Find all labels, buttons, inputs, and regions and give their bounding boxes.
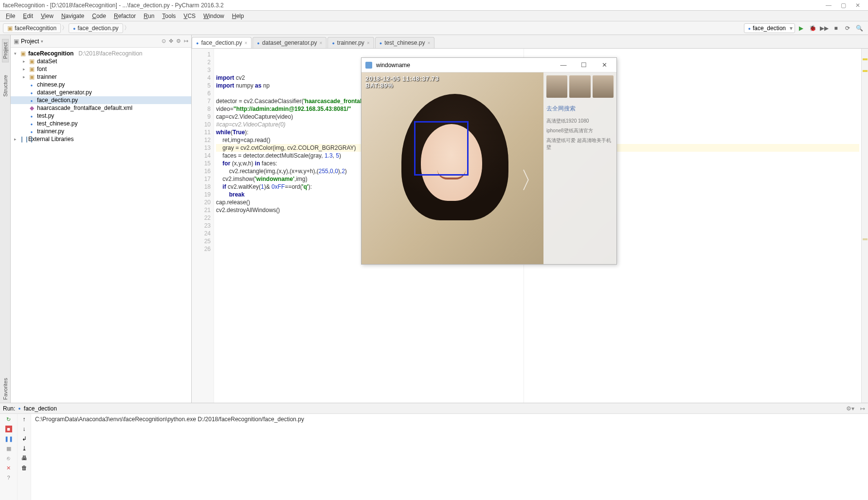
tool-tab-favorites[interactable]: Favorites xyxy=(2,375,8,403)
breadcrumb-label: faceRecognition xyxy=(15,25,56,32)
debug-button[interactable]: 🐞 xyxy=(808,24,817,33)
breadcrumb-item-project[interactable]: ▣ faceRecognition xyxy=(3,23,61,33)
menu-refactor[interactable]: Refactor xyxy=(110,12,140,20)
opencv-titlebar[interactable]: windowname — ☐ ✕ xyxy=(362,58,616,72)
menu-help[interactable]: Help xyxy=(228,12,248,20)
next-arrow-icon[interactable]: 〉 xyxy=(520,165,543,196)
python-icon xyxy=(332,39,334,46)
tab-label: face_dection.py xyxy=(201,39,242,46)
menu-vcs[interactable]: VCS xyxy=(180,12,199,20)
tree-item-test-chinese-py[interactable]: test_chinese.py xyxy=(11,120,191,127)
thumbnail[interactable] xyxy=(569,75,590,98)
breadcrumb-item-file[interactable]: face_dection.py xyxy=(69,23,123,33)
run-toolbar-left-2: ↑ ↓ ↲ ⤓ 🖶 🗑 xyxy=(18,414,31,500)
close-icon[interactable]: ✕ xyxy=(850,2,865,9)
run-tool-window: Run: ● face_dection ⚙▾ ↦ ↻ ■ ❚❚ ▦ ⎋ ✕ ? … xyxy=(0,403,868,500)
dump-threads-button[interactable]: ▦ xyxy=(5,445,12,452)
close-tab-icon[interactable]: × xyxy=(367,40,370,46)
run-button[interactable]: ▶ xyxy=(796,24,805,33)
hide-icon[interactable]: ↦ xyxy=(184,38,188,44)
tree-item-font[interactable]: ▸▣font xyxy=(11,65,191,73)
up-stack-button[interactable]: ↑ xyxy=(23,416,26,423)
run-console[interactable]: C:\ProgramData\Anaconda3\envs\faceRecogn… xyxy=(31,414,868,500)
minimize-icon[interactable]: — xyxy=(555,61,572,69)
menu-run[interactable]: Run xyxy=(140,12,158,20)
gear-icon[interactable]: ⚙▾ xyxy=(846,405,854,412)
tree-item-trainner-py[interactable]: trainner.py xyxy=(11,127,191,135)
tree-external-libraries[interactable]: ▸ ❙❙❙ External Libraries xyxy=(11,135,191,143)
menu-window[interactable]: Window xyxy=(199,12,228,20)
tree-item-face-dection-py[interactable]: face_dection.py xyxy=(11,96,191,104)
editor-tab-dataset-generator-py[interactable]: dataset_generator.py× xyxy=(253,37,326,48)
image-side-panel: 去全网搜索 高清壁纸1920 1080 iphone8壁纸高清官方 高清壁纸可爱… xyxy=(543,72,616,264)
stop-run-button[interactable]: ■ xyxy=(5,426,12,432)
python-icon xyxy=(257,39,259,46)
menu-edit[interactable]: Edit xyxy=(19,12,37,20)
project-header-label: Project xyxy=(21,38,39,45)
print-button[interactable]: 🖶 xyxy=(21,455,27,462)
menu-navigate[interactable]: Navigate xyxy=(57,12,88,20)
opencv-icon xyxy=(365,62,372,69)
warning-marker[interactable] xyxy=(863,58,868,60)
tab-label: trainner.py xyxy=(337,39,364,46)
soft-wrap-button[interactable]: ↲ xyxy=(22,435,27,442)
tree-item-label: chinese.py xyxy=(37,81,65,88)
run-header-label: Run: xyxy=(3,405,15,412)
gear-icon[interactable]: ⚙ xyxy=(176,38,181,44)
thumbnail[interactable] xyxy=(593,75,614,98)
thumbnail[interactable] xyxy=(546,75,567,98)
editor-tab-trainner-py[interactable]: trainner.py× xyxy=(327,37,374,48)
stop-button[interactable]: ■ xyxy=(832,24,840,33)
scroll-end-button[interactable]: ⤓ xyxy=(22,445,27,452)
overlay-timestamp: 2018-12-05 11:48:37.73 BAT:89% xyxy=(365,75,439,89)
down-stack-button[interactable]: ↓ xyxy=(23,426,26,432)
maximize-icon[interactable]: ☐ xyxy=(576,61,592,69)
run-config-dropdown[interactable]: face_dection xyxy=(744,23,796,33)
tree-item-haarcascade-frontalface-default-xml[interactable]: ◆haarcascade_frontalface_default.xml xyxy=(11,104,191,112)
close-tab-icon[interactable]: × xyxy=(428,40,431,46)
tree-item-test-py[interactable]: test.py xyxy=(11,112,191,120)
menu-file[interactable]: File xyxy=(2,12,19,20)
run-coverage-button[interactable]: ▶▶ xyxy=(820,24,829,33)
python-icon xyxy=(748,25,751,32)
update-running-button[interactable]: ⟳ xyxy=(843,24,852,33)
python-icon xyxy=(196,39,199,46)
close-run-button[interactable]: ✕ xyxy=(5,464,12,471)
run-header-config: face_dection xyxy=(24,405,57,412)
project-tree: ▾ ▣ faceRecognition D:\2018\faceRecognit… xyxy=(11,48,191,403)
warning-marker[interactable] xyxy=(863,70,868,72)
run-config-label: face_dection xyxy=(753,25,786,32)
editor-tab-test-chinese-py[interactable]: test_chinese.py× xyxy=(375,37,435,48)
tree-item-trainner[interactable]: ▸▣trainner xyxy=(11,73,191,81)
tool-tab-project[interactable]: Project xyxy=(2,39,9,62)
tree-item-dataset[interactable]: ▸▣dataSet xyxy=(11,57,191,65)
rerun-button[interactable]: ↻ xyxy=(5,416,12,423)
tree-item-label: test.py xyxy=(37,112,54,119)
run-header: Run: ● face_dection ⚙▾ ↦ xyxy=(0,403,868,414)
breadcrumb: ▣ faceRecognition 〉 face_dection.py 〉 xyxy=(3,23,130,33)
collapse-icon[interactable]: ⊙ xyxy=(162,38,166,44)
tree-external-label: External Libraries xyxy=(28,136,73,143)
clear-button[interactable]: 🗑 xyxy=(21,464,27,471)
hide-icon[interactable]: ↦ xyxy=(860,405,865,412)
tree-item-dataset-generator-py[interactable]: dataset_generator.py xyxy=(11,89,191,96)
close-tab-icon[interactable]: × xyxy=(320,40,323,46)
tree-item-chinese-py[interactable]: chinese.py xyxy=(11,81,191,89)
menu-code[interactable]: Code xyxy=(88,12,110,20)
editor-tab-face-dection-py[interactable]: face_dection.py× xyxy=(192,37,252,48)
menu-tools[interactable]: Tools xyxy=(158,12,180,20)
menu-view[interactable]: View xyxy=(37,12,57,20)
maximize-icon[interactable]: ▢ xyxy=(836,2,850,9)
locate-icon[interactable]: ✥ xyxy=(169,38,173,44)
help-button[interactable]: ? xyxy=(5,474,12,481)
exit-button[interactable]: ⎋ xyxy=(5,455,12,462)
tree-root[interactable]: ▾ ▣ faceRecognition D:\2018\faceRecognit… xyxy=(11,50,191,57)
tool-tab-structure[interactable]: Structure xyxy=(2,72,8,100)
search-everywhere-button[interactable]: 🔍 xyxy=(855,24,864,33)
pause-button[interactable]: ❚❚ xyxy=(5,435,12,442)
close-icon[interactable]: ✕ xyxy=(596,61,613,69)
minimize-icon[interactable]: — xyxy=(821,2,836,9)
tree-item-label: trainner.py xyxy=(37,128,64,135)
close-tab-icon[interactable]: × xyxy=(245,40,248,46)
search-all-link[interactable]: 去全网搜索 xyxy=(546,105,614,113)
